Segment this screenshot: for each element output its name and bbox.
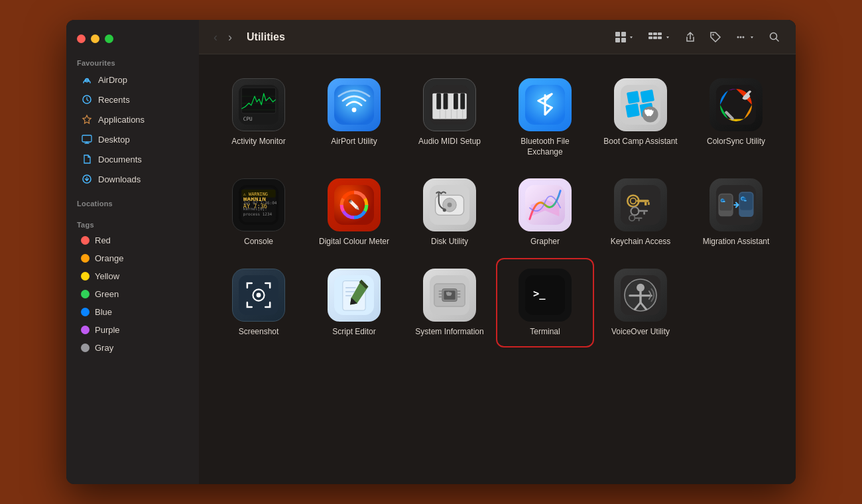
back-button[interactable]: ‹: [210, 29, 221, 46]
app-item-keychain-access[interactable]: Keychain Access: [594, 170, 687, 255]
applications-icon: [81, 113, 93, 125]
script-editor-label: Script Editor: [332, 327, 375, 338]
boot-camp-icon: [614, 78, 667, 131]
keychain-access-icon: [614, 178, 667, 231]
tag-red-dot: [81, 236, 90, 245]
sidebar-item-tag-purple[interactable]: Purple: [70, 322, 195, 338]
app-item-disk-utility[interactable]: Disk Utility: [403, 170, 496, 255]
activity-monitor-icon: CPU: [232, 78, 285, 131]
app-item-bluetooth-file[interactable]: Bluetooth File Exchange: [499, 70, 591, 165]
sidebar-item-applications[interactable]: Applications: [70, 110, 195, 129]
grid-view-icon: [615, 32, 626, 42]
share-button[interactable]: [680, 28, 701, 46]
sidebar-item-tag-gray[interactable]: Gray: [70, 340, 195, 356]
svg-rect-73: [635, 218, 643, 219]
app-item-migration-assistant[interactable]: Migration Assistant: [690, 170, 782, 255]
sidebar-item-downloads-label: Downloads: [98, 174, 141, 184]
sidebar-item-desktop-label: Desktop: [98, 135, 130, 145]
terminal-label: Terminal: [530, 327, 560, 338]
app-item-boot-camp[interactable]: Boot Camp Assistant: [594, 70, 687, 165]
svg-rect-5: [653, 32, 657, 35]
toolbar-controls: [611, 28, 785, 46]
sidebar-item-downloads[interactable]: Downloads: [70, 170, 195, 188]
sidebar-item-tag-yellow[interactable]: Yellow: [70, 268, 195, 284]
app-item-airport-utility[interactable]: AirPort Utility: [308, 70, 400, 165]
grid-view-button[interactable]: [611, 29, 639, 46]
svg-text:kernel[0]:: kernel[0]:: [243, 206, 267, 211]
svg-text:⚠ WARNING: ⚠ WARNING: [243, 192, 268, 197]
voiceover-utility-icon: [614, 269, 667, 322]
script-editor-icon: [328, 269, 381, 322]
svg-rect-84: [742, 198, 746, 200]
console-label: Console: [244, 237, 273, 247]
svg-rect-67: [645, 202, 646, 206]
disk-utility-icon: [423, 178, 476, 231]
app-item-terminal[interactable]: >_ Terminal: [499, 261, 591, 346]
app-item-grapher[interactable]: Grapher: [499, 170, 591, 255]
app-item-screenshot[interactable]: Screenshot: [212, 261, 305, 346]
app-item-console[interactable]: WARNIN AY 7:36 ⚠ WARNING Jul 07 7:36:04 …: [212, 170, 305, 255]
app-item-script-editor[interactable]: Script Editor: [308, 261, 400, 346]
tag-yellow-dot: [81, 272, 90, 281]
tag-gray-dot: [81, 344, 90, 352]
svg-point-61: [443, 208, 446, 212]
tag-orange-dot: [81, 254, 90, 263]
minimize-button[interactable]: [91, 34, 99, 43]
colorsync-label: ColorSync Utility: [707, 137, 765, 147]
sidebar-item-airdrop[interactable]: AirDrop: [70, 70, 195, 89]
search-button[interactable]: [764, 28, 785, 46]
tag-green-dot: [81, 290, 90, 298]
screenshot-label: Screenshot: [239, 327, 279, 338]
airport-utility-icon: [328, 78, 381, 131]
svg-rect-16: [241, 88, 275, 113]
svg-rect-4: [648, 32, 652, 35]
svg-rect-38: [625, 103, 640, 118]
boot-camp-label: Boot Camp Assistant: [603, 137, 677, 147]
digital-colour-label: Digital Colour Meter: [319, 237, 389, 247]
app-item-activity-monitor[interactable]: CPU Activity Monitor: [212, 70, 305, 165]
sidebar-item-tag-orange[interactable]: Orange: [70, 250, 195, 267]
bluetooth-file-icon: [519, 78, 572, 131]
sidebar-item-documents[interactable]: Documents: [70, 150, 195, 168]
keychain-access-label: Keychain Access: [611, 237, 671, 247]
svg-rect-9: [658, 36, 662, 39]
svg-text:CPU: CPU: [243, 116, 253, 122]
svg-rect-8: [653, 36, 657, 39]
more-options-button[interactable]: [730, 28, 760, 46]
svg-rect-70: [638, 210, 648, 212]
sidebar-item-recents-label: Recents: [98, 95, 130, 105]
tag-button[interactable]: [705, 28, 726, 46]
tag-red-label: Red: [95, 235, 111, 245]
svg-text:>_: >_: [533, 287, 546, 299]
tag-gray-label: Gray: [95, 343, 113, 353]
svg-rect-80: [723, 201, 725, 202]
locations-label: Locations: [66, 194, 199, 210]
app-item-colorsync[interactable]: ColorSync Utility: [690, 70, 782, 165]
sidebar-item-desktop[interactable]: Desktop: [70, 130, 195, 149]
gallery-view-button[interactable]: [643, 29, 676, 46]
svg-point-13: [743, 36, 745, 38]
svg-rect-82: [740, 193, 753, 210]
sidebar-item-recents[interactable]: Recents: [70, 90, 195, 109]
window-title: Utilities: [247, 31, 605, 43]
app-item-system-information[interactable]: System Information: [403, 261, 496, 346]
svg-rect-77: [719, 195, 732, 211]
close-button[interactable]: [77, 34, 86, 43]
airdrop-icon: [81, 74, 93, 86]
app-item-audio-midi[interactable]: Audio MIDI Setup: [403, 70, 496, 165]
sidebar-item-tag-green[interactable]: Green: [70, 286, 195, 302]
forward-button[interactable]: ›: [224, 29, 236, 46]
sidebar-item-tag-blue[interactable]: Blue: [70, 304, 195, 320]
recents-icon: [81, 94, 93, 105]
audio-midi-icon: [423, 78, 476, 131]
voiceover-utility-label: VoiceOver Utility: [611, 327, 670, 338]
svg-point-10: [712, 34, 713, 35]
nav-buttons: ‹ ›: [210, 29, 236, 46]
svg-point-56: [348, 200, 351, 203]
fullscreen-button[interactable]: [105, 34, 113, 43]
sidebar-item-tag-red[interactable]: Red: [70, 232, 195, 249]
app-item-voiceover[interactable]: VoiceOver Utility: [594, 261, 687, 346]
tag-purple-dot: [81, 326, 90, 334]
tag-green-label: Green: [95, 289, 119, 299]
app-item-digital-colour[interactable]: Digital Colour Meter: [308, 170, 400, 255]
